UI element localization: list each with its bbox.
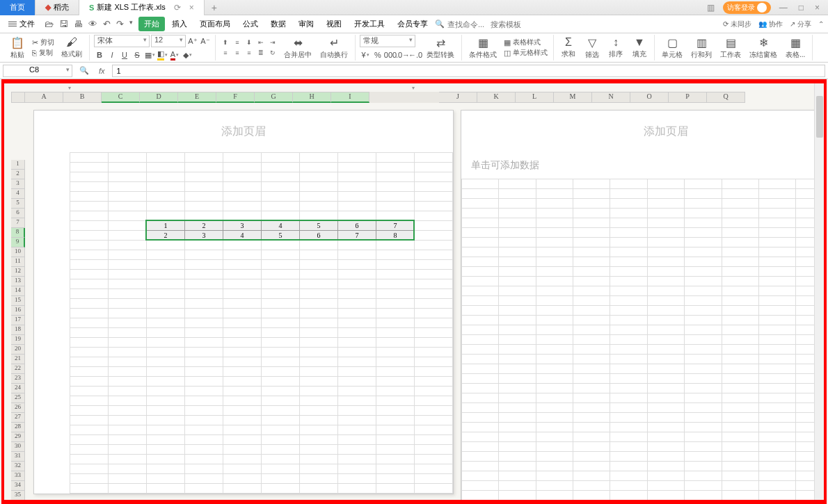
cell[interactable] [685,228,722,238]
cell[interactable] [376,406,415,416]
cell[interactable]: 2 [185,221,223,231]
cell[interactable] [536,481,573,491]
cell[interactable] [647,442,684,452]
cell[interactable] [223,425,262,435]
col-header-G[interactable]: G [255,92,293,103]
cell[interactable] [300,348,338,357]
cell[interactable] [499,247,536,257]
cell[interactable] [415,348,453,357]
cell[interactable] [610,442,647,452]
cell[interactable] [415,435,453,445]
cell[interactable] [262,202,300,211]
cell[interactable] [262,406,300,416]
cell[interactable] [462,218,499,228]
cell[interactable] [647,393,684,403]
cell[interactable] [415,367,453,377]
cell[interactable] [338,211,376,221]
cell[interactable] [685,209,722,218]
cell[interactable] [300,289,338,299]
row-header-30[interactable]: 30 [11,442,25,452]
cell[interactable] [573,432,610,442]
cell[interactable] [338,163,376,172]
cell[interactable] [610,491,647,501]
cell[interactable] [300,260,338,270]
cell[interactable] [70,182,109,192]
cell[interactable] [223,250,262,260]
cell[interactable] [722,481,758,491]
cell[interactable] [147,328,185,338]
rowcol-button[interactable]: ▥行和列 [688,36,715,60]
cell[interactable] [147,416,185,425]
cell[interactable] [338,377,376,387]
cell[interactable] [536,238,573,247]
cell[interactable] [685,452,722,462]
cell[interactable] [109,445,147,455]
menu-member[interactable]: 会员专享 [392,17,433,31]
cell[interactable] [262,211,300,221]
cell[interactable] [70,299,109,309]
cell[interactable] [536,316,573,325]
cell[interactable] [109,172,147,182]
cell[interactable] [573,218,610,228]
cell[interactable] [376,464,415,474]
cell[interactable] [147,182,185,192]
cell[interactable] [415,309,453,318]
cell[interactable] [462,491,499,501]
cell[interactable] [262,484,300,494]
cell[interactable] [536,393,573,403]
template-search-input[interactable] [491,20,532,29]
cell[interactable] [462,403,499,413]
cell[interactable] [147,279,185,289]
cell[interactable] [685,471,722,481]
cell[interactable] [647,257,684,267]
cell[interactable] [223,435,262,445]
cell[interactable] [147,299,185,309]
cell[interactable] [685,316,722,325]
cell[interactable] [499,442,536,452]
cell[interactable] [147,435,185,445]
row-header-20[interactable]: 20 [11,345,25,355]
cell[interactable] [722,189,758,199]
cell[interactable] [462,267,499,277]
cell[interactable] [758,325,795,335]
cell[interactable] [376,435,415,445]
cell[interactable] [722,384,758,393]
row-header-1[interactable]: 1 [11,160,25,170]
cell[interactable] [536,364,573,374]
cell[interactable] [685,364,722,374]
cell[interactable] [758,335,795,345]
cell[interactable] [758,462,795,471]
cell[interactable] [376,484,415,494]
cell[interactable] [758,238,795,247]
cell[interactable] [685,432,722,442]
cell[interactable] [610,462,647,471]
cell[interactable] [499,199,536,209]
cell[interactable] [722,374,758,384]
cell[interactable] [185,182,223,192]
cell[interactable] [536,491,573,501]
cell[interactable]: 6 [338,221,376,231]
cell[interactable] [415,299,453,309]
cell[interactable] [536,218,573,228]
cell[interactable] [338,357,376,367]
align-bottom-button[interactable]: ⬇ [244,38,255,47]
cell[interactable] [109,163,147,172]
docer-tab[interactable]: ◆ 稻壳 [35,0,79,15]
cell[interactable] [415,484,453,494]
cell[interactable] [462,238,499,247]
cell[interactable]: 7 [338,231,376,241]
cell[interactable] [499,384,536,393]
cell[interactable] [536,442,573,452]
cell[interactable] [536,199,573,209]
cell[interactable] [647,384,684,393]
cell[interactable] [109,396,147,406]
cell[interactable]: 3 [185,231,223,241]
cell[interactable] [70,406,109,416]
cell[interactable] [758,364,795,374]
cell[interactable] [70,221,109,231]
sort-button[interactable]: ↕排序 [605,36,626,59]
cell[interactable] [338,270,376,279]
cell[interactable] [647,189,684,199]
cell[interactable] [499,306,536,316]
percent-button[interactable]: % [372,49,383,60]
